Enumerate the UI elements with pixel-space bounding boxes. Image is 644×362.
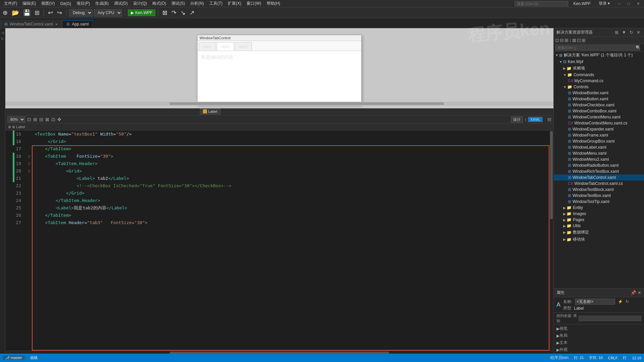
menu-design[interactable]: 设计(Q): [130, 0, 150, 7]
tree-solution[interactable]: ▼ ⊞ 解决方案 'Ken.WPF' (1 个项目/共 1 个): [554, 52, 644, 59]
toolbar-save-all[interactable]: ⊞: [33, 8, 41, 17]
toolbar-redo[interactable]: ↪: [56, 8, 63, 17]
tree-commands-folder[interactable]: ▼ 📁 Commands: [554, 72, 644, 78]
code-content-area[interactable]: <TextBox Name="textBox1" Width="50"/> </…: [32, 131, 549, 351]
run-button[interactable]: ▶ Ken.WPF: [128, 9, 155, 16]
props-pin-btn[interactable]: 📌: [631, 290, 636, 295]
tree-entity-folder[interactable]: ▶ 📁 Entity: [554, 205, 644, 211]
zoom-select[interactable]: 80%: [7, 116, 25, 122]
debug-mode-select[interactable]: Debug: [69, 9, 93, 16]
fold-btn-20[interactable]: ▽: [26, 167, 32, 175]
menu-analyze[interactable]: 分析(N): [187, 0, 207, 7]
tree-windowtabcontrol[interactable]: ⊞ WindowTabControl.xaml: [554, 174, 644, 180]
props-section-appearance[interactable]: ▶ 外观: [556, 346, 641, 353]
zoom-ruler-icon[interactable]: ⊡: [51, 117, 55, 122]
preview-hscroll-thumb[interactable]: [170, 102, 444, 105]
props-sort-row[interactable]: 排列依据: 类别: [554, 313, 644, 324]
sol-tb-btn-6[interactable]: ⊡: [577, 38, 581, 43]
sol-tb-btn-1[interactable]: ⊡: [555, 38, 559, 43]
props-section-brushes[interactable]: ▶ 画笔: [556, 325, 641, 332]
tree-windowtabcontrol-cs[interactable]: C# WindowTabControl.xaml.cs: [554, 180, 644, 187]
left-margin-btn-1[interactable]: ◁: [1, 31, 4, 35]
right-scrollbar-thumb[interactable]: [550, 131, 553, 219]
sol-tb-btn-7[interactable]: ⊞: [582, 38, 586, 43]
toolbar-step-over[interactable]: ↷: [170, 8, 178, 17]
tree-windowcombobox[interactable]: ⊞ WindowComboBox.xaml: [554, 108, 644, 114]
window-close[interactable]: ✕: [634, 1, 643, 7]
code-lines-container[interactable]: <TextBox Name="textBox1" Width="50"/> </…: [32, 131, 549, 226]
zoom-pan-icon[interactable]: ✥: [57, 117, 61, 122]
window-restore[interactable]: □: [625, 1, 633, 7]
sol-tb-btn-2[interactable]: ⊟: [560, 38, 564, 43]
menu-tools[interactable]: 工具(T): [207, 0, 225, 7]
window-minimize[interactable]: ─: [615, 1, 624, 7]
tree-images-folder[interactable]: ▶ 📁 Images: [554, 211, 644, 217]
tree-windowbutton[interactable]: ⊞ WindowButton.xaml: [554, 96, 644, 102]
tree-windowrichtextbox[interactable]: ⊞ WindowRichTextBox.xaml: [554, 168, 644, 174]
file-tab-windowtabcontrol[interactable]: ⊞ WindowTabControl.xaml ✕: [0, 20, 62, 28]
tree-windowlabel[interactable]: ⊞ WindowLabel.xaml: [554, 144, 644, 150]
toolbar-undo[interactable]: ↩: [47, 8, 54, 17]
global-search-input[interactable]: [515, 1, 568, 6]
tree-windowgroupbox[interactable]: ⊞ WindowGroupBox.xaml: [554, 138, 644, 144]
right-scrollbar[interactable]: [549, 131, 553, 351]
tree-controls-folder[interactable]: ▼ 📁 Controls: [554, 84, 644, 90]
toolbar-step-into[interactable]: ↘: [179, 8, 187, 17]
design-mode-btn[interactable]: 设计: [511, 116, 523, 123]
tree-databinding-folder[interactable]: ▶ 📁 数据绑定: [554, 229, 644, 236]
zoom-fit-icon[interactable]: ⊡: [27, 117, 31, 122]
tree-windowradiobutton[interactable]: ⊞ WindowRadioButton.xaml: [554, 162, 644, 168]
sol-tb-btn-3[interactable]: ⊞: [565, 38, 569, 43]
fold-btn-19[interactable]: ▽: [26, 160, 32, 167]
toolbar-save[interactable]: 💾: [22, 8, 32, 17]
xaml-mode-btn[interactable]: XAML: [528, 117, 543, 122]
tree-utils-folder[interactable]: ▶ 📁 Utils: [554, 223, 644, 229]
sol-tb-btn-5[interactable]: ⊠: [572, 38, 576, 43]
tree-moveblock-folder[interactable]: ▶ 📁 移动块: [554, 236, 644, 243]
preview-tab-3[interactable]: tab3: [235, 42, 252, 51]
sol-refresh-btn[interactable]: ↻: [629, 30, 634, 35]
menu-file[interactable]: 文件(F): [1, 0, 20, 7]
menu-edit[interactable]: 编辑(E): [20, 0, 39, 7]
zoom-grid-icon[interactable]: ⊞: [33, 117, 37, 122]
zoom-snap-icon[interactable]: ⊟: [39, 117, 43, 122]
left-margin-btn-2[interactable]: ▷: [1, 37, 4, 40]
sol-filter-btn[interactable]: ▼: [621, 30, 627, 35]
tree-windowcontextmenu-cs[interactable]: C# WindowContextMenu.xaml.cs: [554, 120, 644, 126]
menu-test[interactable]: 测试(S): [169, 0, 187, 7]
tree-pages-folder[interactable]: ▶ 📁 Pages: [554, 217, 644, 223]
menu-help[interactable]: 帮助(H): [264, 0, 283, 7]
props-name-action-btn[interactable]: ⚡: [618, 299, 623, 304]
props-close-btn[interactable]: ✕: [638, 290, 641, 295]
menu-window[interactable]: 窗口(W): [244, 0, 264, 7]
toolbar-step-out[interactable]: ↗: [188, 8, 196, 17]
tree-windowmenu2[interactable]: ⊞ WindowMenu2.xaml: [554, 156, 644, 162]
preview-tab-1[interactable]: tab1: [199, 42, 216, 51]
status-branch[interactable]: ⎇ master: [3, 356, 25, 360]
toolbar-breakpoints[interactable]: ⊠: [161, 8, 169, 17]
sol-search-input[interactable]: [555, 45, 640, 51]
zoom-highlight-icon[interactable]: ⊠: [45, 117, 49, 122]
tree-windowborder[interactable]: ⊞ WindowBorder.xaml: [554, 90, 644, 96]
fold-btn-18[interactable]: ▽: [26, 153, 32, 160]
tree-windowcheckbox[interactable]: ⊞ WindowCheckbox.xaml: [554, 102, 644, 108]
toolbar-open[interactable]: 📂: [10, 8, 20, 17]
props-section-layout[interactable]: ▶ 布局: [556, 332, 641, 339]
tree-mycommand[interactable]: C# MyCommand.cs: [554, 78, 644, 84]
toolbar-new[interactable]: ⊕: [1, 8, 9, 17]
menu-project[interactable]: 项目(P): [74, 0, 93, 7]
menu-debug[interactable]: 调试(D): [111, 0, 130, 7]
props-name-input[interactable]: [575, 299, 615, 305]
tree-project[interactable]: ▼ ⊟ Ken.Wpf: [554, 59, 644, 65]
menu-view[interactable]: 视图(V): [39, 0, 57, 7]
file-tab-appxaml[interactable]: ⊞ App.xaml: [62, 20, 93, 28]
sol-tb-btn-4[interactable]: ↕: [569, 38, 572, 43]
preview-hscroll[interactable]: [5, 102, 553, 106]
tree-windowframe[interactable]: ⊞ WindowFrame.xaml: [554, 132, 644, 138]
props-search-input[interactable]: [579, 316, 641, 321]
preview-tab-2[interactable]: tab2: [217, 42, 234, 51]
menu-extensions[interactable]: 扩展(X): [225, 0, 244, 7]
tab-close-1[interactable]: ✕: [55, 22, 58, 26]
tree-windowtextblock[interactable]: ⊞ WindowTextBlock.xaml: [554, 187, 644, 193]
tree-windowtextbox[interactable]: ⊞ WindowTextBox.xaml: [554, 193, 644, 199]
